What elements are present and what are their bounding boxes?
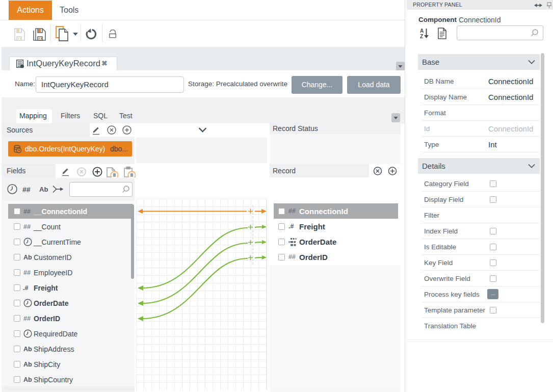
svg-text:A: A xyxy=(420,28,424,34)
svg-text:Z: Z xyxy=(420,34,423,39)
svg-text:Ab: Ab xyxy=(39,186,48,193)
svg-text:##: ## xyxy=(22,186,31,194)
